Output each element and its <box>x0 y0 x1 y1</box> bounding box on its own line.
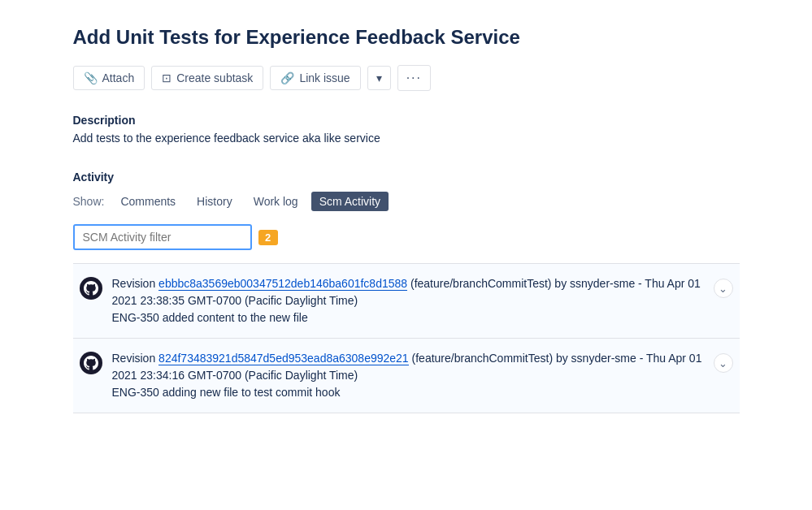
revision-message-1: ENG-350 added content to the new file <box>112 309 704 326</box>
revision-item-2: Revision 824f73483921d5847d5ed953ead8a63… <box>73 339 740 413</box>
more-icon: ··· <box>406 71 422 85</box>
revision-expand-2[interactable]: ⌄ <box>714 353 733 373</box>
subtask-icon: ⊡ <box>162 71 172 84</box>
revision-prefix-1: Revision <box>112 277 159 290</box>
page-container: Add Unit Tests for Experience Feedback S… <box>41 0 772 456</box>
toolbar: 📎 Attach ⊡ Create subtask 🔗 Link issue ▾… <box>73 65 740 91</box>
attach-icon: 📎 <box>84 71 98 84</box>
revision-icon-2 <box>80 352 102 374</box>
revision-line-2: Revision 824f73483921d5847d5ed953ead8a63… <box>112 350 704 384</box>
more-button[interactable]: ··· <box>397 65 431 91</box>
link-issue-label: Link issue <box>299 71 350 84</box>
activity-header: Activity <box>73 171 740 184</box>
revision-prefix-2: Revision <box>112 352 159 365</box>
chevron-down-icon: ▾ <box>376 71 382 84</box>
scm-filter-row: 2 <box>73 224 740 250</box>
revision-list: Revision ebbbc8a3569eb00347512deb146ba60… <box>73 263 740 413</box>
revision-message-2: ENG-350 adding new file to test commit h… <box>112 384 704 401</box>
revision-content-1: Revision ebbbc8a3569eb00347512deb146ba60… <box>112 275 704 326</box>
chevron-down-icon-1: ⌄ <box>719 283 727 295</box>
revision-hash-link-1[interactable]: ebbbc8a3569eb00347512deb146ba601fc8d1588 <box>158 277 407 291</box>
tab-worklog[interactable]: Work log <box>245 192 306 211</box>
link-icon: 🔗 <box>280 71 294 84</box>
activity-section: Activity Show: Comments History Work log… <box>73 171 740 413</box>
create-subtask-button[interactable]: ⊡ Create subtask <box>151 66 263 90</box>
attach-button[interactable]: 📎 Attach <box>73 66 145 90</box>
revision-content-2: Revision 824f73483921d5847d5ed953ead8a63… <box>112 350 704 401</box>
revision-icon-1 <box>80 277 102 300</box>
show-label: Show: <box>73 195 105 208</box>
show-row: Show: Comments History Work log Scm Acti… <box>73 192 740 211</box>
scm-badge: 2 <box>258 230 278 245</box>
git-icon-2 <box>84 356 98 370</box>
scm-filter-input[interactable] <box>73 224 252 250</box>
chevron-down-icon-2: ⌄ <box>719 357 727 370</box>
description-section: Description Add tests to the experience … <box>73 114 740 145</box>
revision-line-1: Revision ebbbc8a3569eb00347512deb146ba60… <box>112 275 704 309</box>
revision-item: Revision ebbbc8a3569eb00347512deb146ba60… <box>73 264 740 339</box>
create-subtask-label: Create subtask <box>176 71 253 84</box>
revision-expand-1[interactable]: ⌄ <box>714 279 733 298</box>
revision-hash-link-2[interactable]: 824f73483921d5847d5ed953ead8a6308e992e21 <box>158 352 409 365</box>
description-text: Add tests to the experience feedback ser… <box>73 132 740 145</box>
attach-label: Attach <box>102 71 135 84</box>
page-title: Add Unit Tests for Experience Feedback S… <box>73 26 740 49</box>
tab-comments[interactable]: Comments <box>112 192 184 211</box>
tab-history[interactable]: History <box>189 192 241 211</box>
link-issue-button[interactable]: 🔗 Link issue <box>270 66 360 90</box>
dropdown-button[interactable]: ▾ <box>367 66 391 90</box>
description-label: Description <box>73 114 740 127</box>
git-icon <box>84 281 98 296</box>
tab-scm-activity[interactable]: Scm Activity <box>311 192 389 211</box>
